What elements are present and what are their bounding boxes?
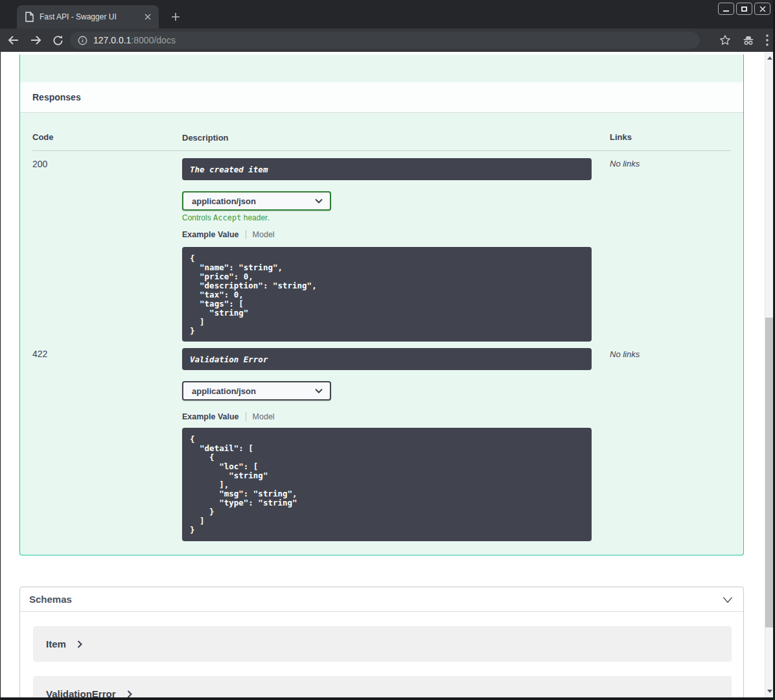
tab-close-icon[interactable] [142,11,154,23]
response-code-200: 200 [32,159,47,169]
schema-model-validationerror[interactable]: ValidationError [33,676,732,697]
tab-model[interactable]: Model [253,412,275,421]
response-code-422: 422 [32,349,47,359]
browser-titlebar: Fast API - Swagger UI [0,0,775,29]
response-422-example-json-code: { "detail": [ { "loc": [ "string" ], "ms… [190,435,584,535]
browser-tab[interactable]: Fast API - Swagger UI [17,5,159,29]
address-bar[interactable]: 127.0.0.1:8000/docs [70,32,700,49]
response-200-example-tabs: Example Value Model [182,230,275,239]
chevron-down-icon [315,198,323,204]
post-operation-responses-panel: Responses Code Description Links 200 The… [19,54,744,555]
tab-separator [246,230,246,239]
tab-model[interactable]: Model [253,230,275,239]
scrollbar-down-arrow[interactable] [767,690,772,693]
window-minimize-button[interactable] [718,3,734,15]
scrollbar-up-arrow[interactable] [767,56,772,60]
page-document-icon [25,12,34,22]
response-422-description: Validation Error [190,355,268,364]
response-200-description: The created item [190,165,268,174]
window-controls [718,3,770,15]
response-200-links: No links [610,159,640,169]
response-422-media-type-select[interactable]: application/json [182,381,331,401]
response-422-links: No links [610,349,640,359]
schema-model-validationerror-name: ValidationError [46,688,116,697]
schemas-header[interactable]: Schemas [20,587,743,612]
response-422-description-bar: Validation Error [182,348,592,370]
response-200-example-json-code: { "name": "string", "price": 0, "descrip… [190,254,584,336]
chevron-down-icon[interactable] [721,593,734,606]
responses-section-header: Responses [20,82,743,113]
browser-toolbar: 127.0.0.1:8000/docs [0,29,775,52]
controls-accept-header-note: Controls Accept header. [182,213,270,222]
schemas-section: Schemas Item ValidationError [19,587,744,697]
response-200-media-type-select[interactable]: application/json [182,191,331,211]
response-422-example-json: { "detail": [ { "loc": [ "string" ], "ms… [182,428,592,541]
tab-title: Fast API - Swagger UI [40,12,142,21]
back-icon[interactable] [5,32,22,49]
tab-separator [246,412,246,421]
page-scrollbar[interactable] [765,52,773,697]
url-host: 127.0.0.1 [93,35,131,45]
schema-model-item-name: Item [46,638,66,649]
bookmark-star-icon[interactable] [719,34,731,46]
chevron-down-icon [315,388,323,393]
response-200-description-bar: The created item [182,158,592,180]
site-info-icon[interactable] [78,36,87,45]
window-border-left [0,52,1,700]
responses-title: Responses [32,92,81,102]
incognito-icon[interactable] [741,34,756,47]
tab-example-value[interactable]: Example Value [182,412,239,421]
reload-icon[interactable] [49,32,66,49]
tab-example-value[interactable]: Example Value [182,230,239,239]
forward-icon[interactable] [27,32,44,49]
schema-model-item[interactable]: Item [33,626,732,662]
window-close-button[interactable] [754,3,770,15]
column-header-links: Links [610,132,632,142]
chevron-right-icon [77,640,82,648]
window-border-bottom [0,697,775,700]
swagger-page: Responses Code Description Links 200 The… [1,52,765,697]
window-maximize-button[interactable] [736,3,752,15]
new-tab-button[interactable] [167,8,184,25]
column-header-code: Code [32,132,54,142]
response-422-example-tabs: Example Value Model [182,412,275,421]
response-422-media-type-value: application/json [192,386,256,396]
chevron-right-icon [127,690,132,698]
response-200-media-type-value: application/json [192,196,256,206]
column-header-description: Description [182,133,229,143]
response-200-example-json: { "name": "string", "price": 0, "descrip… [182,247,592,342]
table-header-divider [32,150,731,151]
menu-dots-icon[interactable] [766,34,769,46]
url-path: :8000/docs [131,35,176,45]
schemas-title: Schemas [29,594,72,605]
